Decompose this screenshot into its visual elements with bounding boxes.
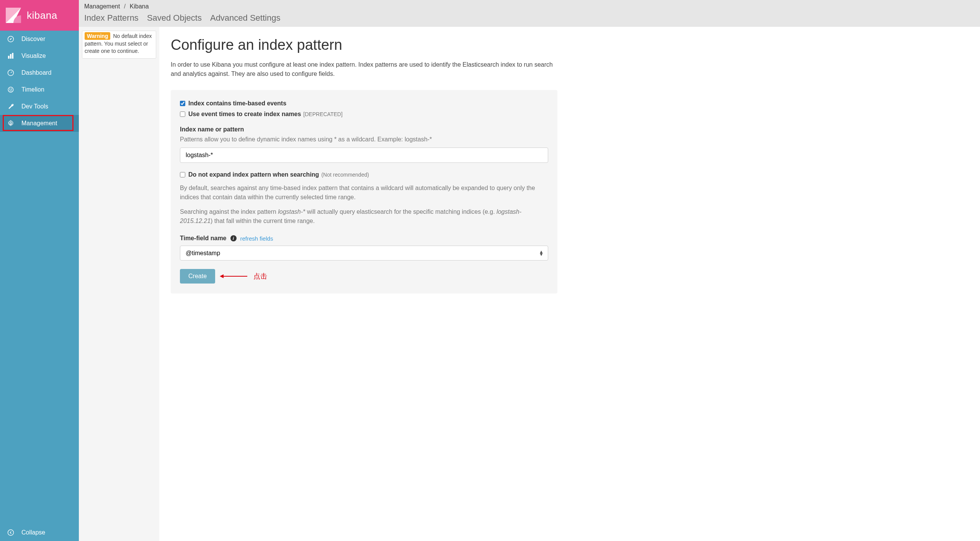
index-name-input[interactable] bbox=[180, 148, 548, 163]
sidebar-item-management[interactable]: Management bbox=[0, 115, 79, 132]
main: Management / Kibana Index Patterns Saved… bbox=[79, 0, 980, 541]
sidebar-item-devtools[interactable]: Dev Tools bbox=[0, 98, 79, 115]
topbar: Management / Kibana Index Patterns Saved… bbox=[79, 0, 980, 27]
sidebar: kibana Discover Visualize Dashboard Time… bbox=[0, 0, 79, 541]
page-desc: In order to use Kibana you must configur… bbox=[171, 60, 557, 79]
kibana-logo-icon bbox=[6, 8, 21, 23]
brand-name: kibana bbox=[27, 10, 57, 21]
arrow-line-icon bbox=[220, 276, 247, 277]
sidebar-item-discover[interactable]: Discover bbox=[0, 31, 79, 48]
sidebar-item-label: Timelion bbox=[21, 86, 44, 93]
create-button[interactable]: Create bbox=[180, 269, 215, 284]
checkbox-no-expand[interactable]: Do not expand index pattern when searchi… bbox=[180, 171, 548, 178]
time-field-row: Time-field name i refresh fields bbox=[180, 235, 548, 242]
checkbox-extra: (Not recommended) bbox=[321, 172, 369, 178]
svg-point-9 bbox=[8, 87, 13, 92]
sidebar-item-timelion[interactable]: Timelion bbox=[0, 81, 79, 98]
logo-area: kibana bbox=[0, 0, 79, 31]
breadcrumb-part[interactable]: Kibana bbox=[130, 3, 149, 10]
checkbox-no-expand-input[interactable] bbox=[180, 172, 185, 177]
timelion-icon bbox=[7, 86, 15, 93]
svg-point-12 bbox=[10, 123, 12, 125]
sidebar-item-label: Discover bbox=[21, 36, 45, 43]
checkbox-label: Index contains time-based events bbox=[188, 100, 286, 107]
sidebar-footer-label: Collapse bbox=[21, 529, 45, 536]
checkbox-time-based-input[interactable] bbox=[180, 101, 185, 106]
index-name-label: Index name or pattern bbox=[180, 126, 548, 133]
tab-advanced-settings[interactable]: Advanced Settings bbox=[210, 13, 280, 23]
index-name-help: Patterns allow you to define dynamic ind… bbox=[180, 136, 548, 143]
tab-saved-objects[interactable]: Saved Objects bbox=[147, 13, 202, 23]
sidebar-item-label: Dashboard bbox=[21, 69, 51, 76]
warning-badge: Warning bbox=[85, 32, 110, 40]
tab-index-patterns[interactable]: Index Patterns bbox=[84, 13, 139, 23]
annotation-arrow: 点击 bbox=[220, 272, 267, 281]
bar-chart-icon bbox=[7, 52, 15, 60]
page-title: Configure an index pattern bbox=[171, 37, 969, 53]
compass-icon bbox=[7, 35, 15, 43]
gauge-icon bbox=[7, 69, 15, 77]
sidebar-item-visualize[interactable]: Visualize bbox=[0, 48, 79, 64]
checkbox-time-based[interactable]: Index contains time-based events bbox=[180, 100, 548, 107]
sidebar-item-label: Dev Tools bbox=[21, 103, 48, 110]
svg-point-11 bbox=[11, 89, 12, 89]
sidebar-item-label: Management bbox=[21, 120, 57, 127]
content-row: Warning No default index pattern. You mu… bbox=[79, 27, 980, 541]
create-row: Create 点击 bbox=[180, 269, 548, 284]
sidebar-item-label: Visualize bbox=[21, 52, 46, 59]
refresh-fields-link[interactable]: refresh fields bbox=[240, 235, 273, 242]
nav-list: Discover Visualize Dashboard Timelion De… bbox=[0, 31, 79, 524]
annotation-text: 点击 bbox=[253, 272, 267, 281]
page-body: Configure an index pattern In order to u… bbox=[159, 27, 980, 541]
svg-marker-3 bbox=[10, 38, 12, 40]
checkbox-event-times[interactable]: Use event times to create index names [D… bbox=[180, 111, 548, 118]
wrench-icon bbox=[7, 103, 15, 110]
breadcrumb-part[interactable]: Management bbox=[84, 3, 120, 10]
svg-line-8 bbox=[11, 72, 12, 73]
breadcrumb: Management / Kibana bbox=[84, 3, 975, 10]
time-field-label: Time-field name bbox=[180, 235, 227, 242]
form-panel: Index contains time-based events Use eve… bbox=[171, 90, 557, 293]
checkbox-label: Use event times to create index names bbox=[188, 111, 301, 118]
checkbox-label: Do not expand index pattern when searchi… bbox=[188, 171, 319, 178]
time-field-select[interactable]: @timestamp bbox=[180, 246, 548, 261]
help-paragraph-2: Searching against the index pattern logs… bbox=[180, 207, 548, 226]
checkbox-event-times-input[interactable] bbox=[180, 111, 185, 117]
info-icon[interactable]: i bbox=[230, 235, 237, 241]
warning-box: Warning No default index pattern. You mu… bbox=[82, 31, 156, 59]
tabs-row: Index Patterns Saved Objects Advanced Se… bbox=[84, 13, 975, 23]
svg-point-10 bbox=[10, 89, 10, 89]
svg-rect-4 bbox=[8, 56, 9, 59]
gear-icon bbox=[7, 120, 15, 127]
time-field-select-wrap: @timestamp ▲▼ bbox=[180, 246, 548, 261]
checkbox-extra: [DEPRECATED] bbox=[303, 111, 342, 117]
sidebar-collapse[interactable]: Collapse bbox=[0, 524, 79, 541]
svg-point-13 bbox=[8, 530, 14, 536]
breadcrumb-sep: / bbox=[124, 3, 126, 10]
collapse-icon bbox=[7, 529, 15, 536]
svg-rect-6 bbox=[12, 53, 13, 59]
left-panel: Warning No default index pattern. You mu… bbox=[79, 27, 159, 541]
sidebar-item-dashboard[interactable]: Dashboard bbox=[0, 64, 79, 81]
svg-rect-5 bbox=[10, 54, 11, 59]
help-paragraph-1: By default, searches against any time-ba… bbox=[180, 184, 548, 202]
